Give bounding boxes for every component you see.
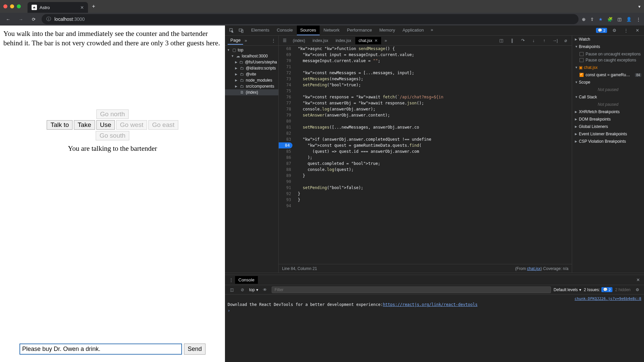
csp-breakpoints-section[interactable]: ▶CSP Violation Breakpoints bbox=[572, 138, 644, 145]
navigator-menu-icon[interactable]: ⋮ bbox=[271, 38, 276, 43]
toggle-sidebar-icon[interactable]: ◫ bbox=[497, 37, 505, 45]
back-button[interactable]: ← bbox=[3, 14, 13, 24]
console-hidden-count[interactable]: 2 hidden bbox=[615, 287, 631, 292]
sources-tab[interactable]: Sources bbox=[297, 26, 320, 35]
site-info-icon[interactable]: ⓘ bbox=[46, 16, 51, 22]
editor-tab-active[interactable]: chat.jsx✕ bbox=[355, 37, 381, 44]
tree-folder[interactable]: ▶🗀@id/astro:scripts bbox=[225, 65, 278, 71]
console-drawer-close-icon[interactable]: ✕ bbox=[634, 277, 642, 282]
global-listeners-section[interactable]: ▶Global Listeners bbox=[572, 123, 644, 130]
new-tab-button[interactable]: + bbox=[92, 3, 95, 9]
issues-badge[interactable]: 💬 2 bbox=[596, 28, 607, 33]
page-navigator-tab[interactable]: Page bbox=[228, 36, 243, 45]
tree-folder[interactable]: ▶🗀node_modules bbox=[225, 77, 278, 83]
network-tab[interactable]: Network bbox=[320, 26, 343, 35]
scope-not-paused: Not paused bbox=[572, 86, 644, 93]
devtools-menu-icon[interactable]: ⋮ bbox=[622, 27, 630, 35]
step-out-icon[interactable]: ↑ bbox=[540, 37, 548, 45]
breakpoint-file[interactable]: ▼▣ chat.jsx bbox=[572, 64, 644, 71]
watch-section[interactable]: ▶Watch bbox=[572, 36, 644, 43]
pause-uncaught-checkbox[interactable]: Pause on uncaught exceptions bbox=[580, 51, 641, 57]
tree-top[interactable]: ▼▢top bbox=[225, 47, 278, 53]
console-sidebar-toggle-icon[interactable]: ◫ bbox=[228, 286, 236, 294]
go-east-button[interactable]: Go east bbox=[148, 120, 178, 130]
editor-more-tabs-icon[interactable]: » bbox=[382, 37, 390, 45]
window-dropdown-icon[interactable]: ▾ bbox=[638, 4, 641, 9]
editor-tab[interactable]: index.jsx bbox=[309, 37, 332, 44]
callstack-section[interactable]: ▼Call Stack bbox=[572, 93, 644, 101]
tree-folder[interactable]: ▶🗀src/components bbox=[225, 83, 278, 89]
devtools-close-icon[interactable]: ✕ bbox=[633, 27, 641, 35]
editor-tab[interactable]: (index) bbox=[289, 37, 309, 44]
event-listener-breakpoints-section[interactable]: ▶Event Listener Breakpoints bbox=[572, 130, 644, 138]
chat-input[interactable] bbox=[19, 344, 182, 355]
console-prompt[interactable]: › bbox=[228, 308, 641, 314]
window-minimize-button[interactable] bbox=[10, 4, 14, 8]
step-over-icon[interactable]: ↷ bbox=[519, 37, 527, 45]
tab-close-button[interactable]: ✕ bbox=[80, 5, 84, 10]
window-maximize-button[interactable] bbox=[17, 4, 21, 8]
react-devtools-link[interactable]: https://reactjs.org/link/react-devtools bbox=[383, 302, 477, 307]
breakpoint-entry[interactable]: const quest = gameRu… bbox=[580, 72, 630, 78]
console-levels-select[interactable]: Default levels ▾ bbox=[554, 287, 581, 292]
tab-title: Astro bbox=[40, 5, 50, 10]
take-button[interactable]: Take bbox=[74, 120, 95, 130]
console-issues-label[interactable]: 2 Issues:💬 2 bbox=[584, 287, 612, 292]
pause-caught-checkbox[interactable]: Pause on caught exceptions bbox=[580, 57, 641, 63]
url-host: localhost bbox=[54, 16, 73, 22]
dom-breakpoints-section[interactable]: ▶DOM Breakpoints bbox=[572, 116, 644, 123]
browser-title-bar: ⬘ Astro ✕ + ▾ bbox=[0, 0, 644, 13]
console-settings-icon[interactable]: ⚙ bbox=[633, 286, 641, 294]
editor-tab-close-icon[interactable]: ✕ bbox=[374, 38, 378, 43]
console-menu-icon[interactable]: ⋮ bbox=[227, 276, 235, 284]
message-source-link[interactable]: chunk-DFKQJ226.js?v=9e6b4e8c:8 bbox=[574, 297, 641, 301]
tree-folder[interactable]: ▶🗀@fs/Users/stepha bbox=[225, 59, 278, 65]
more-tabs-icon[interactable]: » bbox=[428, 26, 436, 34]
breakpoints-section[interactable]: ▼Breakpoints bbox=[572, 43, 644, 50]
go-north-button[interactable]: Go north bbox=[96, 109, 129, 119]
memory-tab[interactable]: Memory bbox=[376, 26, 399, 35]
xhr-breakpoints-section[interactable]: ▶XHR/fetch Breakpoints bbox=[572, 108, 644, 116]
go-west-button[interactable]: Go west bbox=[116, 120, 147, 130]
elements-tab[interactable]: Elements bbox=[248, 26, 273, 35]
reload-button[interactable]: ⟳ bbox=[29, 14, 38, 24]
editor-tab[interactable]: index.jsx bbox=[332, 37, 355, 44]
talk-to-button[interactable]: Talk to bbox=[47, 120, 73, 130]
inspect-element-icon[interactable] bbox=[228, 27, 236, 35]
profile-icon[interactable]: 👤 bbox=[626, 17, 632, 22]
console-context-select[interactable]: top ▾ bbox=[249, 287, 258, 292]
application-tab[interactable]: Application bbox=[399, 26, 427, 35]
pause-script-icon[interactable]: ‖ bbox=[508, 37, 516, 45]
go-south-button[interactable]: Go south bbox=[96, 131, 129, 140]
tree-file-index[interactable]: 🗎(index) bbox=[225, 89, 278, 95]
sidepanel-icon[interactable]: ◫ bbox=[617, 17, 622, 22]
step-into-icon[interactable]: ↓ bbox=[530, 37, 538, 45]
device-toolbar-icon[interactable] bbox=[237, 27, 245, 35]
console-drawer-tab[interactable]: Console bbox=[235, 276, 258, 284]
console-tab[interactable]: Console bbox=[273, 26, 296, 35]
console-filter-input[interactable] bbox=[272, 286, 551, 293]
share-icon[interactable]: ⇧ bbox=[590, 17, 594, 22]
bookmark-star-icon[interactable]: ★ bbox=[599, 17, 603, 22]
url-bar[interactable]: ⓘ localhost:3000 bbox=[42, 14, 579, 24]
editor-history-icon[interactable]: ☰ bbox=[281, 37, 289, 45]
forward-button[interactable]: → bbox=[16, 14, 26, 24]
browser-tab[interactable]: ⬘ Astro ✕ bbox=[28, 2, 88, 13]
console-live-expr-icon[interactable]: 👁 bbox=[261, 286, 269, 294]
code-area[interactable]: 6869707172737475767778798081828384858687… bbox=[279, 46, 572, 264]
scope-section[interactable]: ▼Scope bbox=[572, 79, 644, 86]
use-button[interactable]: Use bbox=[96, 120, 115, 130]
performance-tab[interactable]: Performance bbox=[343, 26, 375, 35]
zoom-icon[interactable]: ⊕ bbox=[582, 17, 586, 22]
tree-folder[interactable]: ▶🗀@vite bbox=[225, 71, 278, 77]
console-clear-icon[interactable]: ⊘ bbox=[238, 286, 246, 294]
menu-icon[interactable]: ⋮ bbox=[636, 17, 641, 22]
step-icon[interactable]: →| bbox=[551, 37, 559, 45]
navigator-more-icon[interactable]: » bbox=[244, 38, 247, 43]
deactivate-breakpoints-icon[interactable]: ⌀ bbox=[562, 37, 570, 45]
window-close-button[interactable] bbox=[3, 4, 7, 8]
tree-host[interactable]: ▼☁localhost:3000 bbox=[225, 53, 278, 59]
send-button[interactable]: Send bbox=[184, 344, 205, 355]
extensions-icon[interactable]: 🧩 bbox=[607, 17, 613, 22]
settings-gear-icon[interactable]: ⚙ bbox=[610, 27, 618, 35]
